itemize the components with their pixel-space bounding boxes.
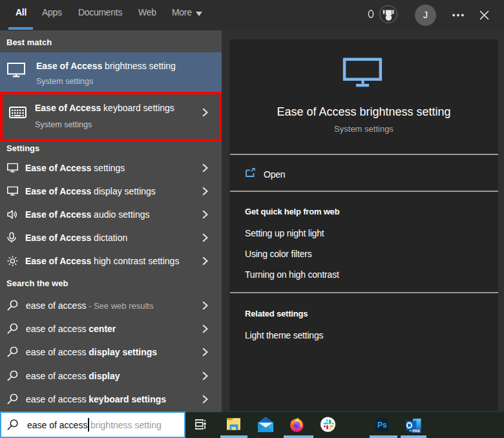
svg-text:PRE: PRE	[412, 429, 420, 433]
